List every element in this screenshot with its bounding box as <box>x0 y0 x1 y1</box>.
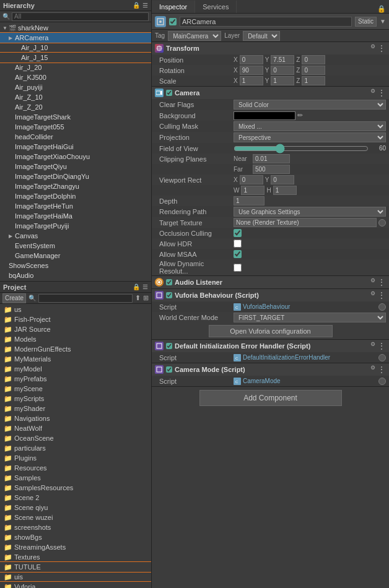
project-item-particulars[interactable]: 📁 particulars <box>0 443 151 453</box>
project-item-us[interactable]: 📁 us <box>0 305 151 314</box>
hierarchy-lock-icon[interactable]: 🔒 <box>133 2 140 9</box>
object-active-checkbox[interactable] <box>169 18 177 25</box>
viewport-x-input[interactable] <box>240 175 263 184</box>
depth-input[interactable] <box>234 196 264 205</box>
project-lock-icon[interactable]: 🔒 <box>133 283 140 290</box>
allow-msaa-checkbox[interactable] <box>234 250 242 258</box>
project-item-scene-qiyu[interactable]: 📁 Scene qiyu <box>0 503 151 512</box>
static-dropdown-arrow[interactable]: ▼ <box>380 18 386 25</box>
inspector-lock-icon[interactable]: 🔒 <box>377 5 386 13</box>
camera-mode-header[interactable]: Camera Mode (Script) ⚙ ⋮ <box>152 363 389 376</box>
scale-x-input[interactable] <box>240 76 263 85</box>
tree-item-air-z-20[interactable]: Air_Z_20 <box>0 102 151 112</box>
tree-item-dolphin[interactable]: ImageTargetDolphin <box>0 191 151 201</box>
target-texture-pick-icon[interactable] <box>378 219 386 227</box>
background-color-pick-icon[interactable]: ✏ <box>297 111 303 119</box>
rot-z-input[interactable] <box>302 66 325 75</box>
project-item-plugins[interactable]: 📁 Plugins <box>0 453 151 463</box>
audio-listener-checkbox[interactable] <box>166 279 172 285</box>
occlusion-culling-checkbox[interactable] <box>234 229 242 237</box>
rot-y-input[interactable] <box>271 66 294 75</box>
tree-item-arcamera[interactable]: ▶ ARCamera <box>0 33 151 43</box>
camera-mode-settings-icon[interactable]: ⚙ <box>370 365 375 374</box>
project-item-mymaterials[interactable]: 📁 MyMaterials <box>0 354 151 364</box>
project-item-textures[interactable]: 📁 Textures <box>0 552 151 562</box>
rendering-path-select[interactable]: Use Graphics Settings <box>234 207 386 217</box>
project-item-neatwolf[interactable]: 📁 NeatWolf <box>0 423 151 433</box>
tree-item-air-j-15[interactable]: Air_J_15 <box>0 53 151 63</box>
tree-item-air-z-10[interactable]: Air_Z_10 <box>0 92 151 102</box>
project-item-fish[interactable]: 📁 Fish-Project <box>0 314 151 324</box>
tab-services[interactable]: Services <box>195 1 237 13</box>
tree-item-imagetarget055[interactable]: ImageTarget055 <box>0 122 151 132</box>
background-color-swatch[interactable] <box>234 111 295 120</box>
project-item-samples[interactable]: 📁 Samples <box>0 473 151 483</box>
create-button[interactable]: Create <box>2 293 26 303</box>
default-init-settings-icon[interactable]: ⚙ <box>370 341 375 351</box>
project-item-myprefabs[interactable]: 📁 myPrefabs <box>0 374 151 384</box>
pos-z-input[interactable] <box>302 55 325 64</box>
project-item-tutule[interactable]: 📁 TUTULE <box>0 562 151 572</box>
vuforia-behaviour-checkbox[interactable] <box>166 292 172 298</box>
tree-item-air-j-20[interactable]: Air_J_20 <box>0 63 151 72</box>
project-item-scene-wuzei[interactable]: 📁 Scene wuzei <box>0 512 151 522</box>
project-item-models[interactable]: 📁 Models <box>0 334 151 344</box>
allow-hdr-checkbox[interactable] <box>234 240 242 248</box>
project-search-input[interactable] <box>38 294 133 303</box>
project-item-showbgs[interactable]: 📁 showBgs <box>0 532 151 542</box>
project-menu-icon[interactable]: ☰ <box>142 283 148 290</box>
tree-item-gamemanager[interactable]: GameManager <box>0 251 151 261</box>
clear-flags-select[interactable]: Solid Color <box>234 100 386 110</box>
pos-x-input[interactable] <box>240 55 263 64</box>
project-item-uis[interactable]: 📁 uis <box>0 572 151 582</box>
tree-item-bqaudio[interactable]: bqAudio <box>0 270 151 280</box>
project-item-resources[interactable]: 📁 Resources <box>0 463 151 473</box>
tree-item-canvas[interactable]: ▶ Canvas <box>0 231 151 241</box>
tree-item-air-j-10[interactable]: Air_J_10 <box>0 43 151 53</box>
audio-listener-header[interactable]: Audio Listener ⚙ ⋮ <box>152 276 389 288</box>
camera-mode-checkbox[interactable] <box>166 366 172 373</box>
viewport-w-input[interactable] <box>241 186 264 195</box>
hierarchy-menu-icon[interactable]: ☰ <box>142 2 148 9</box>
camera-menu-icon[interactable]: ⋮ <box>377 88 386 98</box>
vuforia-menu-icon[interactable]: ⋮ <box>377 290 386 300</box>
default-init-script-pick-icon[interactable] <box>378 354 386 361</box>
viewport-h-input[interactable] <box>273 186 297 195</box>
hierarchy-search-input[interactable] <box>12 12 149 21</box>
tree-item-headcollider[interactable]: headCollider <box>0 132 151 142</box>
project-item-moderngun[interactable]: 📁 ModernGunEffects <box>0 344 151 354</box>
project-item-screenshots[interactable]: 📁 screenshots <box>0 522 151 532</box>
pos-y-input[interactable] <box>271 55 294 64</box>
project-item-navigations[interactable]: 📁 Navigations <box>0 413 151 423</box>
target-texture-input[interactable] <box>234 218 377 227</box>
project-item-mymodel[interactable]: 📁 myModel <box>0 364 151 374</box>
tree-item-haigui[interactable]: ImageTargetHaiGui <box>0 142 151 152</box>
tree-item-qiyu[interactable]: ImageTargetQiyu <box>0 162 151 171</box>
project-item-vuforia[interactable]: 📁 Vuforia <box>0 582 151 588</box>
layer-select[interactable]: Default <box>243 31 280 41</box>
vuforia-behaviour-header[interactable]: Vuforia Behaviour (Script) ⚙ ⋮ <box>152 289 389 301</box>
tag-select[interactable]: MainCamera <box>168 31 221 41</box>
tree-item-haima[interactable]: ImageTargetHaiMa <box>0 211 151 221</box>
vuforia-script-pick-icon[interactable] <box>378 303 386 311</box>
allow-dynamic-checkbox[interactable] <box>234 264 242 272</box>
projection-select[interactable]: Perspective <box>234 132 386 142</box>
viewport-y-input[interactable] <box>271 175 294 184</box>
default-init-checkbox[interactable] <box>166 343 172 349</box>
fov-slider[interactable] <box>234 145 369 152</box>
transform-header[interactable]: Transform ⚙ ⋮ <box>152 42 389 54</box>
hierarchy-root-item[interactable]: ▼ 🎬 sharkNew <box>0 23 151 33</box>
culling-mask-select[interactable]: Mixed ... <box>234 121 386 131</box>
world-center-select[interactable]: FIRST_TARGET <box>234 313 386 322</box>
static-button[interactable]: Static <box>355 17 377 27</box>
camera-active-checkbox[interactable] <box>166 90 172 96</box>
scale-y-input[interactable] <box>271 76 294 85</box>
tree-item-hetun[interactable]: ImageTargetHeTun <box>0 201 151 211</box>
tree-item-xiaochouyu[interactable]: ImageTargetXiaoChouyu <box>0 152 151 162</box>
audio-menu-icon[interactable]: ⋮ <box>377 277 386 287</box>
tree-item-air-kj500[interactable]: Air_KJ500 <box>0 72 151 82</box>
camera-settings-icon[interactable]: ⚙ <box>370 88 375 98</box>
camera-mode-menu-icon[interactable]: ⋮ <box>377 365 386 374</box>
tree-item-puyiji[interactable]: ImageTargetPuyiji <box>0 221 151 231</box>
object-name-input[interactable] <box>180 17 352 27</box>
